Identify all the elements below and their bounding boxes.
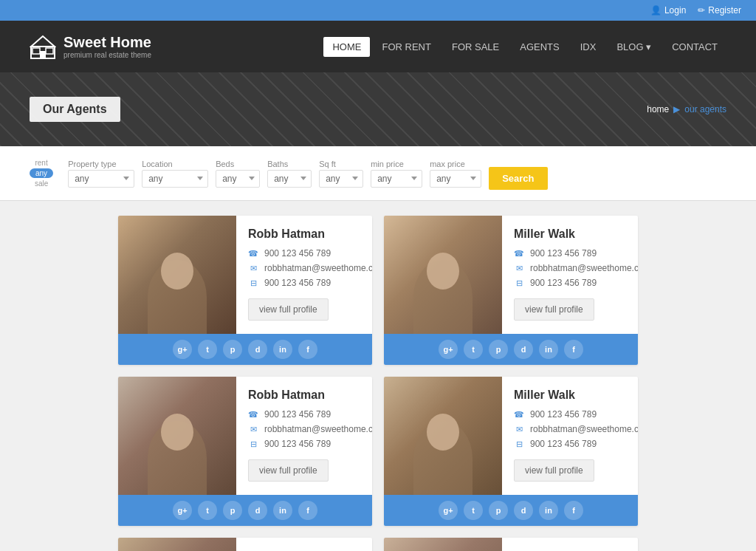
filter-sale[interactable]: sale <box>35 179 48 188</box>
social-t-icon[interactable]: t <box>198 340 217 359</box>
agent-photo-0 <box>118 216 236 334</box>
agent-name-1: Miller Walk <box>514 227 638 241</box>
contact-fax-3: ⊟ 900 123 456 789 <box>514 439 638 449</box>
agent-phone-0: 900 123 456 789 <box>264 248 331 259</box>
agent-contact-1: ☎ 900 123 456 789 ✉ robbhatman@sweethome… <box>514 248 638 288</box>
email-icon: ✉ <box>514 263 524 273</box>
max-price-select[interactable]: any <box>430 170 481 188</box>
min-price-field: min price any <box>371 160 422 188</box>
social-p-icon[interactable]: p <box>223 501 242 520</box>
min-price-label: min price <box>371 160 422 168</box>
beds-select[interactable]: any <box>216 170 260 188</box>
social-f-icon[interactable]: f <box>564 501 583 520</box>
agent-card-body: Miller Walk ☎ 900 123 456 789 ✉ robbhatm… <box>384 216 638 334</box>
fax-icon: ⊟ <box>514 278 524 288</box>
social-gplus-icon[interactable]: g+ <box>439 501 458 520</box>
social-p-icon[interactable]: p <box>223 340 242 359</box>
agent-social-0: g+tpdinf <box>118 334 372 365</box>
agent-card-body: Miller Walk ☎ 900 123 456 789 ✉ robbhatm… <box>384 538 638 551</box>
social-f-icon[interactable]: f <box>564 340 583 359</box>
contact-email-0: ✉ robbhatman@sweethome.com <box>248 263 372 273</box>
nav-for-sale[interactable]: FOR SALE <box>443 37 508 57</box>
phone-icon: ☎ <box>514 409 524 420</box>
social-d-icon[interactable]: d <box>514 501 533 520</box>
location-select[interactable]: any <box>142 170 208 188</box>
agent-fax-2: 900 123 456 789 <box>264 439 331 449</box>
nav-blog[interactable]: BLOG ▾ <box>608 37 660 57</box>
nav-for-rent[interactable]: FOR RENT <box>373 37 439 57</box>
agent-card-1: Miller Walk ☎ 900 123 456 789 ✉ robbhatm… <box>384 216 638 365</box>
contact-phone-2: ☎ 900 123 456 789 <box>248 409 372 420</box>
svg-rect-2 <box>40 51 46 58</box>
login-link[interactable]: 👤 Login <box>650 5 686 16</box>
social-t-icon[interactable]: t <box>464 340 483 359</box>
agent-social-2: g+tpdinf <box>118 495 372 526</box>
user-icon: 👤 <box>650 5 662 16</box>
view-profile-btn-3[interactable]: view full profile <box>514 459 594 482</box>
contact-fax-0: ⊟ 900 123 456 789 <box>248 278 372 288</box>
nav-home[interactable]: HOME <box>323 37 370 57</box>
search-button[interactable]: Search <box>489 167 547 190</box>
social-in-icon[interactable]: in <box>539 501 558 520</box>
social-gplus-icon[interactable]: g+ <box>173 501 192 520</box>
social-d-icon[interactable]: d <box>514 340 533 359</box>
contact-phone-1: ☎ 900 123 456 789 <box>514 248 638 259</box>
agent-photo-3 <box>384 377 502 495</box>
svg-rect-3 <box>32 48 40 54</box>
agent-info-0: Robb Hatman ☎ 900 123 456 789 ✉ robbhatm… <box>236 216 372 334</box>
agent-card-body: Robb Hatman ☎ 900 123 456 789 ✉ robbhatm… <box>118 538 372 551</box>
location-label: Location <box>142 160 208 168</box>
agent-phone-3: 900 123 456 789 <box>530 409 597 420</box>
baths-select[interactable]: any <box>267 170 312 188</box>
contact-phone-0: ☎ 900 123 456 789 <box>248 248 372 259</box>
email-icon: ✉ <box>514 424 524 434</box>
view-profile-btn-0[interactable]: view full profile <box>248 298 329 321</box>
agent-name-3: Miller Walk <box>514 389 638 402</box>
agent-email-3: robbhatman@sweethome.com <box>530 424 638 434</box>
social-f-icon[interactable]: f <box>298 501 317 520</box>
property-type-field: Property type any <box>68 160 134 188</box>
view-profile-btn-2[interactable]: view full profile <box>248 459 329 482</box>
breadcrumb-home-link[interactable]: home <box>647 104 669 114</box>
min-price-select[interactable]: any <box>371 170 422 188</box>
social-f-icon[interactable]: f <box>298 340 317 359</box>
svg-rect-4 <box>46 48 53 54</box>
view-profile-btn-1[interactable]: view full profile <box>514 298 594 321</box>
filter-toggle: rent any sale <box>30 159 53 188</box>
nav-idx[interactable]: IDX <box>571 37 605 57</box>
social-in-icon[interactable]: in <box>273 340 292 359</box>
beds-field: Beds any <box>216 160 260 188</box>
social-gplus-icon[interactable]: g+ <box>439 340 458 359</box>
social-d-icon[interactable]: d <box>248 340 267 359</box>
social-in-icon[interactable]: in <box>273 501 292 520</box>
filter-any[interactable]: any <box>30 168 53 178</box>
agent-photo-2 <box>118 377 236 495</box>
fax-icon: ⊟ <box>248 278 258 288</box>
agent-info-3: Miller Walk ☎ 900 123 456 789 ✉ robbhatm… <box>502 377 638 495</box>
nav-agents[interactable]: AGENTS <box>511 37 568 57</box>
filter-rent[interactable]: rent <box>35 159 47 167</box>
social-t-icon[interactable]: t <box>464 501 483 520</box>
breadcrumb: home ▶ our agents <box>647 104 726 114</box>
social-t-icon[interactable]: t <box>198 501 217 520</box>
register-link[interactable]: ✏ Register <box>698 5 741 16</box>
social-in-icon[interactable]: in <box>539 340 558 359</box>
logo-text: Sweet Home premium real estate theme <box>63 34 151 59</box>
agent-email-2: robbhatman@sweethome.com <box>264 424 372 434</box>
phone-icon: ☎ <box>248 248 258 259</box>
sqft-select[interactable]: any <box>319 170 363 188</box>
social-p-icon[interactable]: p <box>489 501 508 520</box>
contact-email-2: ✉ robbhatman@sweethome.com <box>248 424 372 434</box>
agent-social-1: g+tpdinf <box>384 334 638 365</box>
social-p-icon[interactable]: p <box>489 340 508 359</box>
hero-banner: Our Agents home ▶ our agents <box>0 72 756 146</box>
contact-phone-3: ☎ 900 123 456 789 <box>514 409 638 420</box>
social-gplus-icon[interactable]: g+ <box>173 340 192 359</box>
property-type-select[interactable]: any <box>68 170 134 188</box>
social-d-icon[interactable]: d <box>248 501 267 520</box>
agent-email-0: robbhatman@sweethome.com <box>264 263 372 273</box>
agent-info-4: Robb Hatman ☎ 900 123 456 789 ✉ robbhatm… <box>236 538 372 551</box>
nav-contact[interactable]: CONTACT <box>663 37 726 57</box>
agent-contact-0: ☎ 900 123 456 789 ✉ robbhatman@sweethome… <box>248 248 372 288</box>
agent-contact-3: ☎ 900 123 456 789 ✉ robbhatman@sweethome… <box>514 409 638 449</box>
